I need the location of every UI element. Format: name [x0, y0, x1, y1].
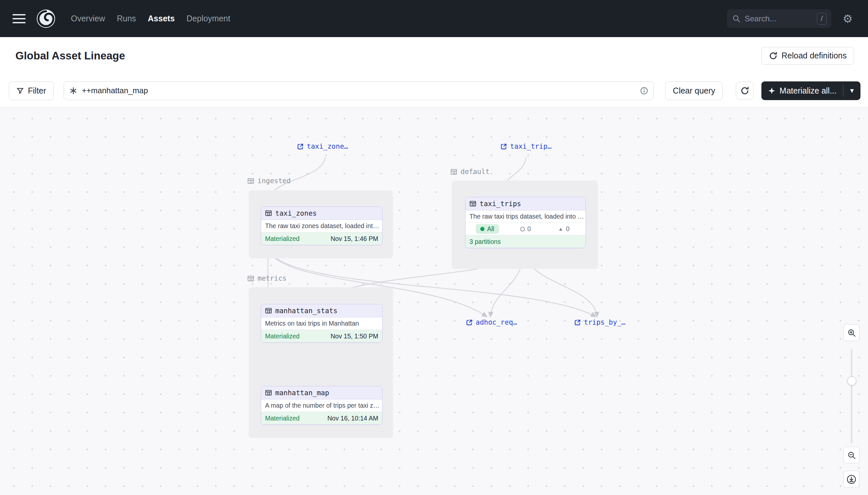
- clear-query-label: Clear query: [673, 86, 715, 96]
- nav-item-runs[interactable]: Runs: [117, 14, 136, 23]
- partitions-footer: 3 partitions: [465, 235, 586, 248]
- materialize-all-split-button: Materialize all... ▾: [761, 81, 861, 100]
- settings-gear-icon[interactable]: ⚙: [840, 11, 855, 27]
- external-asset-name: taxi_zone…: [307, 142, 348, 150]
- missing-partitions-icon: [520, 227, 525, 232]
- top-nav: Overview Runs Assets Deployment / ⚙: [0, 0, 868, 37]
- menu-icon[interactable]: [13, 14, 25, 23]
- refresh-button[interactable]: [736, 82, 754, 100]
- reload-icon: [769, 52, 777, 60]
- partitions-count-label: 3 partitions: [470, 238, 501, 245]
- zoom-out-icon: [847, 451, 856, 460]
- asset-status-footer: Materialized Nov 15, 1:46 PM: [261, 233, 382, 245]
- failed-partitions-icon: ▲: [558, 226, 563, 232]
- search-shortcut-badge: /: [817, 13, 827, 24]
- reload-definitions-button[interactable]: Reload definitions: [761, 47, 854, 65]
- materialize-dropdown-button[interactable]: ▾: [844, 81, 861, 100]
- partitions-all-badge: All: [476, 224, 499, 234]
- clear-query-button[interactable]: Clear query: [665, 81, 723, 100]
- page-header: Global Asset Lineage Reload definitions: [0, 37, 868, 74]
- refresh-icon: [740, 86, 749, 95]
- group-label-default[interactable]: default: [450, 168, 490, 176]
- table-icon: [265, 210, 272, 217]
- download-view-button[interactable]: [844, 471, 860, 488]
- search-box[interactable]: /: [727, 9, 831, 28]
- group-label-metrics[interactable]: metrics: [247, 274, 287, 282]
- lineage-toolbar: Filter Clear query Materialize all... ▾: [0, 74, 868, 107]
- materialize-all-label: Materialize all...: [779, 86, 836, 96]
- asset-description: Metrics on taxi trips in Manhattan: [261, 318, 382, 330]
- reload-definitions-label: Reload definitions: [781, 51, 847, 61]
- external-asset-name: trips_by_…: [584, 319, 625, 326]
- external-asset-taxi-trip[interactable]: taxi_trip…: [500, 142, 551, 150]
- group-grid-icon: [450, 168, 457, 175]
- download-circle-icon: [846, 474, 856, 484]
- asset-name: taxi_zones: [275, 209, 317, 217]
- nav-item-assets[interactable]: Assets: [148, 14, 175, 23]
- external-asset-trips-by[interactable]: trips_by_…: [574, 319, 625, 326]
- filter-button[interactable]: Filter: [9, 81, 54, 100]
- materialize-all-button[interactable]: Materialize all...: [761, 81, 843, 100]
- asset-name: manhattan_map: [275, 389, 329, 397]
- zoom-slider-handle[interactable]: [847, 376, 856, 386]
- group-name: default: [461, 168, 490, 176]
- asset-card-header: taxi_trips: [465, 197, 586, 210]
- external-link-icon: [574, 319, 581, 326]
- external-link-icon: [466, 319, 473, 326]
- nav-item-overview[interactable]: Overview: [71, 14, 105, 23]
- lineage-canvas[interactable]: ingested default metrics taxi_zone… taxi…: [0, 107, 868, 495]
- group-grid-icon: [247, 177, 254, 185]
- asset-name: manhattan_stats: [275, 307, 338, 315]
- asset-description: The raw taxi zones dataset, loaded int…: [261, 220, 382, 233]
- materialized-timestamp: Nov 16, 10:14 AM: [327, 414, 378, 422]
- group-name: ingested: [258, 177, 291, 185]
- table-icon: [265, 389, 272, 396]
- asset-selection-input[interactable]: [82, 86, 636, 95]
- asset-card-header: taxi_zones: [261, 207, 382, 220]
- search-icon: [732, 14, 741, 23]
- asset-node-manhattan-stats[interactable]: manhattan_stats Metrics on taxi trips in…: [261, 304, 383, 343]
- table-icon: [265, 307, 272, 314]
- zoom-slider-track[interactable]: [851, 349, 852, 443]
- info-icon[interactable]: [640, 87, 648, 95]
- search-input[interactable]: [745, 14, 813, 23]
- page-title: Global Asset Lineage: [15, 50, 761, 62]
- sparkle-icon: [768, 87, 776, 95]
- asset-name: taxi_trips: [480, 200, 521, 208]
- zoom-in-button[interactable]: [844, 324, 860, 341]
- asset-selection-input-box[interactable]: [64, 81, 654, 100]
- failed-partitions-count: 0: [566, 225, 569, 233]
- nav-item-deployment[interactable]: Deployment: [187, 14, 230, 23]
- external-asset-taxi-zone[interactable]: taxi_zone…: [297, 142, 348, 150]
- asset-node-taxi-trips[interactable]: taxi_trips The raw taxi trips dataset, l…: [465, 197, 586, 248]
- asset-node-manhattan-map[interactable]: manhattan_map A map of the number of tri…: [261, 386, 383, 425]
- op-selector-icon: [69, 87, 77, 95]
- asset-status-footer: Materialized Nov 15, 1:50 PM: [261, 330, 382, 342]
- asset-description: A map of the number of trips per taxi z…: [261, 399, 382, 412]
- materialized-timestamp: Nov 15, 1:50 PM: [331, 332, 378, 340]
- success-dot-icon: [480, 227, 484, 231]
- asset-card-header: manhattan_map: [261, 386, 382, 399]
- group-grid-icon: [247, 275, 254, 282]
- external-asset-name: taxi_trip…: [510, 142, 551, 150]
- asset-description: The raw taxi trips dataset, loaded into …: [465, 210, 586, 223]
- zoom-out-button[interactable]: [844, 447, 860, 463]
- group-label-ingested[interactable]: ingested: [247, 177, 291, 185]
- filter-label: Filter: [28, 86, 46, 96]
- chevron-down-icon: ▾: [850, 86, 854, 95]
- materialized-status: Materialized: [265, 414, 300, 422]
- dagster-logo-icon[interactable]: [35, 8, 56, 29]
- materialized-status: Materialized: [265, 235, 300, 243]
- materialized-status: Materialized: [265, 332, 300, 340]
- asset-status-footer: Materialized Nov 16, 10:14 AM: [261, 412, 382, 424]
- external-link-icon: [500, 143, 507, 150]
- zoom-in-icon: [847, 328, 856, 338]
- external-asset-adhoc-req[interactable]: adhoc_req…: [466, 319, 517, 326]
- lineage-edges: [0, 107, 868, 495]
- materialized-timestamp: Nov 15, 1:46 PM: [331, 235, 378, 243]
- filter-funnel-icon: [16, 87, 24, 95]
- asset-card-header: manhattan_stats: [261, 304, 382, 318]
- partition-health-row: All 0 ▲ 0: [465, 223, 586, 235]
- main-nav: Overview Runs Assets Deployment: [71, 14, 230, 23]
- asset-node-taxi-zones[interactable]: taxi_zones The raw taxi zones dataset, l…: [261, 206, 383, 245]
